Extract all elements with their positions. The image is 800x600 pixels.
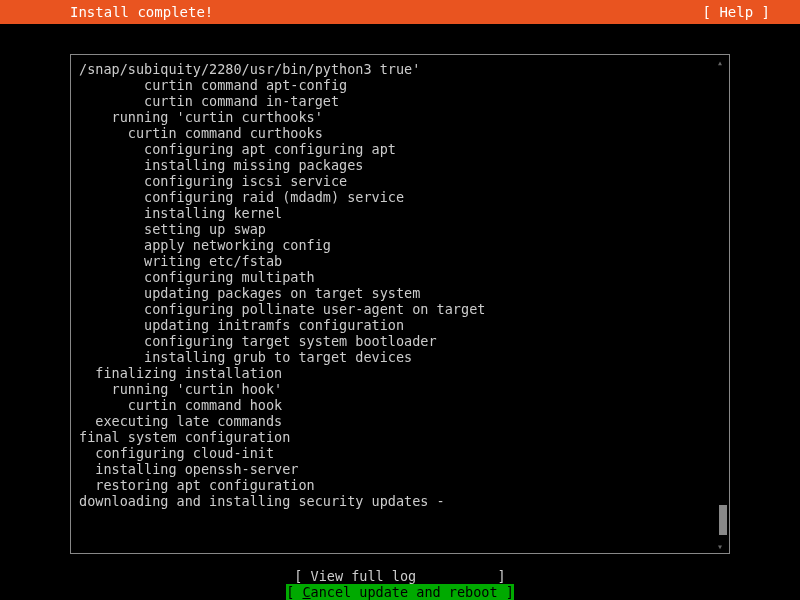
log-line: setting up swap: [79, 221, 721, 237]
log-line: configuring target system bootloader: [79, 333, 721, 349]
log-line: downloading and installing security upda…: [79, 493, 721, 509]
log-line: configuring cloud-init: [79, 445, 721, 461]
scroll-up-arrow-icon[interactable]: ▴: [717, 57, 727, 67]
log-line: finalizing installation: [79, 365, 721, 381]
main-area: /snap/subiquity/2280/usr/bin/python3 tru…: [0, 24, 800, 600]
cancel-update-reboot-button[interactable]: [ Cancel update and reboot ]: [286, 584, 514, 600]
view-full-log-button[interactable]: [ View full log ]: [294, 568, 505, 584]
log-line: installing openssh-server: [79, 461, 721, 477]
log-line: executing late commands: [79, 413, 721, 429]
header-title: Install complete!: [10, 4, 213, 20]
log-line: configuring multipath: [79, 269, 721, 285]
log-line: final system configuration: [79, 429, 721, 445]
log-line: curtin command in-target: [79, 93, 721, 109]
log-line: apply networking config: [79, 237, 721, 253]
log-line: restoring apt configuration: [79, 477, 721, 493]
log-line: configuring apt configuring apt: [79, 141, 721, 157]
log-line: /snap/subiquity/2280/usr/bin/python3 tru…: [79, 61, 721, 77]
log-line: updating initramfs configuration: [79, 317, 721, 333]
scrollbar-thumb[interactable]: [719, 505, 727, 535]
log-line: curtin command apt-config: [79, 77, 721, 93]
log-line: running 'curtin hook': [79, 381, 721, 397]
button-row: [ View full log ] [ Cancel update and re…: [70, 568, 730, 600]
log-line: curtin command curthooks: [79, 125, 721, 141]
log-line: configuring iscsi service: [79, 173, 721, 189]
header-bar: Install complete! [ Help ]: [0, 0, 800, 24]
log-line: installing missing packages: [79, 157, 721, 173]
log-line: installing kernel: [79, 205, 721, 221]
log-line: configuring raid (mdadm) service: [79, 189, 721, 205]
help-link[interactable]: [ Help ]: [703, 4, 790, 20]
install-log-box: /snap/subiquity/2280/usr/bin/python3 tru…: [70, 54, 730, 554]
log-line: updating packages on target system: [79, 285, 721, 301]
log-line: configuring pollinate user-agent on targ…: [79, 301, 721, 317]
log-line: running 'curtin curthooks': [79, 109, 721, 125]
log-line: writing etc/fstab: [79, 253, 721, 269]
log-line: installing grub to target devices: [79, 349, 721, 365]
scroll-down-arrow-icon[interactable]: ▾: [717, 541, 727, 551]
log-line: curtin command hook: [79, 397, 721, 413]
log-content: /snap/subiquity/2280/usr/bin/python3 tru…: [79, 61, 721, 509]
